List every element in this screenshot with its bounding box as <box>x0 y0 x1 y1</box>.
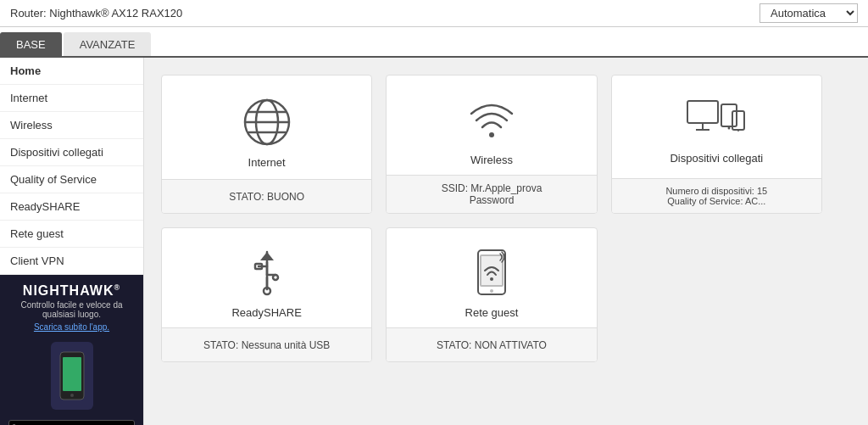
sidebar-item-client-vpn[interactable]: Client VPN <box>0 248 143 275</box>
internet-status: STATO: BUONO <box>162 179 371 213</box>
readyshare-card[interactable]: ReadySHARE STATO: Nessuna unità USB <box>161 227 372 362</box>
store-badges:  App Store ▶ Google Play <box>8 420 135 425</box>
sidebar-item-wireless[interactable]: Wireless <box>0 112 143 139</box>
sidebar-item-rete-guest[interactable]: Rete guest <box>0 221 143 248</box>
wireless-card[interactable]: Wireless SSID: Mr.Apple_prova Password <box>386 75 597 214</box>
svg-rect-12 <box>721 104 737 126</box>
svg-point-26 <box>490 289 493 293</box>
readyshare-label: ReadySHARE <box>231 306 301 319</box>
sidebar-item-readyshare[interactable]: ReadySHARE <box>0 193 143 221</box>
tab-bar: BASE AVANZATE <box>0 27 868 58</box>
svg-point-23 <box>264 288 270 294</box>
sidebar: Home Internet Wireless Dispositivi colle… <box>0 58 144 425</box>
cards-grid: Internet STATO: BUONO Wireless <box>161 75 822 362</box>
readyshare-status: STATO: Nessuna unità USB <box>162 327 371 361</box>
sidebar-item-home[interactable]: Home <box>0 58 143 85</box>
promo-cta[interactable]: Scarica subito l'app. <box>8 322 135 332</box>
dispositivi-label: Dispositivi collegati <box>670 152 763 165</box>
wireless-label: Wireless <box>470 154 513 166</box>
promo-banner: NIGHTHAWK® Controllo facile e veloce da … <box>0 275 143 425</box>
globe-icon <box>240 95 294 149</box>
svg-rect-9 <box>687 101 718 123</box>
sidebar-item-quality-of-service[interactable]: Quality of Service <box>0 166 143 193</box>
devices-icon <box>686 98 747 145</box>
svg-point-21 <box>273 275 278 280</box>
rete-guest-status: STATO: NON ATTIVATO <box>387 327 596 361</box>
internet-card[interactable]: Internet STATO: BUONO <box>161 75 372 214</box>
language-select[interactable]: Automatica English Italiano Français Deu… <box>760 3 858 23</box>
sidebar-nav: Home Internet Wireless Dispositivi colle… <box>0 58 143 275</box>
sidebar-item-dispositivi-collegati[interactable]: Dispositivi collegati <box>0 139 143 166</box>
main-layout: Home Internet Wireless Dispositivi colle… <box>0 58 868 425</box>
svg-point-15 <box>737 130 739 131</box>
svg-point-8 <box>489 132 494 137</box>
main-content: Internet STATO: BUONO Wireless <box>144 58 868 425</box>
svg-point-27 <box>490 277 493 281</box>
promo-tagline: Controllo facile e veloce da qualsiasi l… <box>8 300 135 319</box>
svg-rect-1 <box>63 357 81 391</box>
tab-base[interactable]: BASE <box>0 32 62 56</box>
wifi-icon <box>465 92 519 147</box>
top-bar: Router: Nighthawk® AX12 RAX120 Automatic… <box>0 0 868 27</box>
svg-rect-25 <box>481 255 503 286</box>
router-title: Router: Nighthawk® AX12 RAX120 <box>10 7 182 20</box>
internet-label: Internet <box>248 156 286 169</box>
tab-avanzate[interactable]: AVANZATE <box>64 32 152 56</box>
phone-wifi-icon <box>470 245 514 299</box>
usb-icon <box>243 245 291 299</box>
rete-guest-label: Rete guest <box>465 306 519 319</box>
appstore-badge[interactable]:  App Store <box>8 420 135 425</box>
svg-point-2 <box>70 394 74 397</box>
dispositivi-card[interactable]: Dispositivi collegati Numero di disposit… <box>611 75 822 214</box>
promo-brand: NIGHTHAWK® <box>8 283 135 299</box>
rete-guest-card[interactable]: Rete guest STATO: NON ATTIVATO <box>386 227 597 362</box>
dispositivi-status: Numero di dispositivi: 15 Quality of Ser… <box>612 178 821 213</box>
svg-point-13 <box>728 127 731 130</box>
sidebar-item-internet[interactable]: Internet <box>0 85 143 112</box>
wireless-status: SSID: Mr.Apple_prova Password <box>387 175 596 213</box>
promo-phone-image <box>51 342 93 410</box>
